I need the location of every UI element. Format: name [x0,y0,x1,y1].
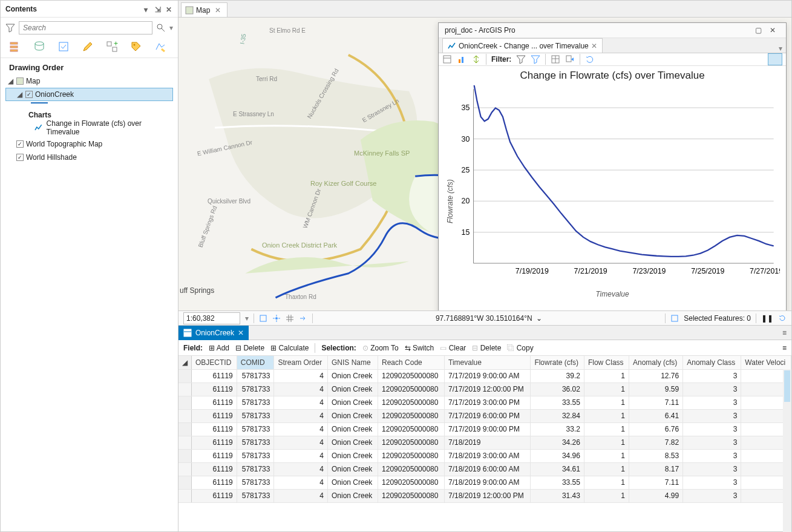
table-row[interactable]: 6111957817334Onion Creek120902050000807/… [178,369,791,383]
tree-map-row[interactable]: ◢ Map [5,74,173,88]
dropdown-icon[interactable]: ▾ [144,5,151,13]
chart-settings-icon[interactable] [457,54,466,64]
map-icon [16,77,24,85]
table-row[interactable]: 6111957817334Onion Creek120902050000807/… [178,449,791,462]
pin-icon[interactable]: ⇲ [155,5,162,13]
map-view[interactable]: St Elmo Rd E Terri Rd E Strassney Ln E S… [178,18,791,310]
svg-rect-6 [59,42,68,51]
svg-text:7/21/2019: 7/21/2019 [574,267,607,275]
table-row[interactable]: 6111957817334Onion Creek120902050000807/… [178,476,791,489]
export-icon[interactable] [565,54,575,64]
tree-layer-wtm[interactable]: ✓ World Topographic Map [5,137,173,151]
tree-layer-onioncreek[interactable]: ◢ ✓ OnionCreek [5,88,173,101]
checkbox[interactable]: ✓ [25,91,33,98]
svg-point-39 [275,317,278,320]
switch-selection-button[interactable]: ⇆ Switch [405,344,434,352]
list-by-drawing-order-icon[interactable] [9,41,21,53]
snapping-icon[interactable] [272,314,281,323]
maximize-button[interactable]: ▢ [751,23,765,38]
add-field-button[interactable]: ⊞ Add [209,344,229,352]
list-by-selection-icon[interactable] [57,41,70,53]
filter-selection-icon[interactable] [531,54,540,64]
tree-layer-wh[interactable]: ✓ World Hillshade [5,151,173,164]
svg-rect-13 [443,56,451,63]
list-by-labeling-icon[interactable] [130,41,142,53]
correction-icon[interactable] [299,314,307,323]
search-icon[interactable] [156,23,166,33]
svg-rect-8 [113,47,117,51]
table-row[interactable]: 6111957817334Onion Creek120902050000807/… [178,396,791,409]
table-row[interactable]: 6111957817334Onion Creek120902050000807/… [178,422,791,436]
map-label: Roy Kizer Golf Course [310,180,376,187]
table-options-icon[interactable]: ≡ [782,344,787,352]
table-row[interactable]: 6111957817334Onion Creek120902050000807/… [178,436,791,449]
table-row[interactable]: 6111957817334Onion Creek120902050000807/… [178,383,791,396]
vertical-scrollbar[interactable] [783,369,791,532]
map-icon [185,6,194,15]
list-by-source-icon[interactable] [33,41,45,53]
column-header[interactable]: GNIS Name [327,356,378,369]
column-header[interactable]: Stream Order [274,356,328,369]
column-header[interactable]: Flow Class [584,356,629,369]
column-header[interactable]: Anomaly Class [683,356,741,369]
zoom-to-button: ⊙ Zoom To [362,344,399,352]
pause-icon[interactable]: ❚❚ [761,314,773,323]
column-header[interactable]: OBJECTID [192,356,237,369]
close-icon[interactable]: ✕ [591,42,597,50]
constraint-icon[interactable] [259,314,267,323]
search-dropdown-icon[interactable]: ▾ [169,24,173,32]
line-chart-icon [34,124,43,131]
table-icon[interactable] [551,54,560,64]
column-header[interactable]: COMID [237,356,274,369]
column-header[interactable]: Anomaly (cfs) [629,356,682,369]
axes-icon[interactable] [471,54,481,64]
copy-selection-button: ⿻ Copy [507,344,533,352]
table-row[interactable]: 6111957817334Onion Creek120902050000807/… [178,489,791,502]
clear-selection-button: ▭ Clear [440,344,466,352]
line-chart-icon [448,42,456,50]
refresh-icon[interactable] [778,314,787,323]
filter-icon[interactable] [5,23,15,33]
close-button[interactable]: ✕ [765,23,780,38]
properties-icon[interactable] [442,54,452,64]
svg-text:25: 25 [462,166,470,174]
dropdown-icon[interactable]: ▾ [779,44,782,53]
list-by-snapping-icon[interactable]: + [106,41,118,53]
table-row[interactable]: 6111957817334Onion Creek120902050000807/… [178,409,791,422]
map-label: Terri Rd [256,76,277,82]
table-row[interactable]: 6111957817334Onion Creek120902050000807/… [178,462,791,476]
column-header[interactable]: Flowrate (cfs) [531,356,584,369]
svg-point-10 [134,44,136,46]
grid-icon[interactable] [286,314,294,323]
close-icon[interactable]: ✕ [166,5,173,13]
caret-icon[interactable]: ◢ [8,77,14,85]
map-tab[interactable]: Map ✕ [181,2,227,17]
caret-icon[interactable]: ◢ [17,90,23,99]
map-label: McKinney Falls SP [354,149,410,157]
column-header[interactable]: Timevalue [445,356,531,369]
close-icon[interactable]: ✕ [215,6,221,15]
close-icon[interactable]: ✕ [238,329,244,337]
column-header[interactable]: Water Veloci [741,356,791,369]
svg-rect-11 [186,7,193,14]
delete-field-button[interactable]: ⊟ Delete [235,344,264,352]
selection-label: Selection: [321,344,356,352]
chart-plot-area[interactable]: 15202530357/19/20197/21/20197/23/20197/2… [445,85,780,287]
legend-toggle[interactable] [768,53,782,65]
filter-extent-icon[interactable] [516,54,526,64]
calculate-field-button[interactable]: ⊞ Calculate [270,344,309,352]
checkbox[interactable]: ✓ [16,140,24,148]
chart-tab[interactable]: OnionCreek - Change ... over Timevalue ✕ [442,38,603,53]
scale-dropdown-icon[interactable]: ▾ [245,314,249,323]
checkbox[interactable]: ✓ [16,154,24,161]
search-input[interactable] [19,21,152,34]
table-tab[interactable]: OnionCreek ✕ [178,326,249,340]
list-by-perspective-icon[interactable] [154,41,166,53]
chart-item-row[interactable]: Change in Flowrate (cfs) over Timevalue [5,122,173,134]
table-menu-icon[interactable]: ≡ [782,329,787,337]
column-header[interactable]: Reach Code [378,356,445,369]
attribute-table[interactable]: ◢OBJECTIDCOMIDStream OrderGNIS NameReach… [178,356,791,532]
list-by-editing-icon[interactable] [82,41,94,53]
scale-input[interactable] [183,312,240,324]
rotate-icon[interactable] [585,54,595,64]
